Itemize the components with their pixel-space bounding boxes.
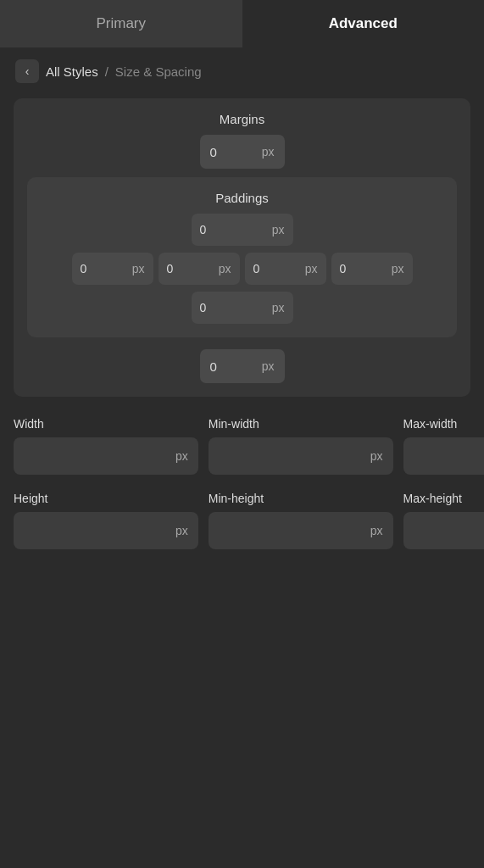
dimensions-section: Width px Min-width px Max-width px <box>14 417 470 549</box>
max-height-col: Max-height px <box>403 492 484 549</box>
paddings-top-input[interactable]: px <box>192 214 293 246</box>
min-height-unit: px <box>370 524 383 537</box>
tabs-header: Primary Advanced <box>0 0 484 47</box>
margins-top-unit: px <box>262 145 275 159</box>
margins-top-input[interactable]: px <box>200 135 285 169</box>
min-height-input[interactable]: px <box>209 512 393 549</box>
paddings-bottom-unit: px <box>272 301 285 314</box>
min-width-unit: px <box>370 449 383 463</box>
paddings-bottom-value[interactable] <box>200 301 231 314</box>
height-label: Height <box>14 492 198 505</box>
max-height-input[interactable]: px <box>403 512 484 549</box>
margins-input-row: px <box>27 135 457 169</box>
width-label: Width <box>14 417 198 431</box>
paddings-right-inner-unit: px <box>305 262 318 275</box>
main-content: Margins px Paddings px px <box>0 95 484 583</box>
breadcrumb-separator: / <box>105 64 108 79</box>
min-width-input[interactable]: px <box>209 437 393 475</box>
max-height-value[interactable] <box>414 524 484 537</box>
paddings-right-inner-input[interactable]: px <box>245 253 326 285</box>
tab-primary[interactable]: Primary <box>0 0 242 47</box>
margin-bottom-value[interactable] <box>210 359 244 374</box>
min-width-label: Min-width <box>209 417 393 431</box>
min-width-value[interactable] <box>219 449 367 463</box>
height-row: Height px Min-height px Max-height px <box>14 492 470 549</box>
width-input[interactable]: px <box>14 437 198 475</box>
paddings-right-inner-value[interactable] <box>253 262 284 275</box>
back-button[interactable]: ‹ <box>15 59 39 83</box>
width-value[interactable] <box>24 449 172 463</box>
height-value[interactable] <box>24 524 172 537</box>
margin-bottom-unit: px <box>262 359 275 373</box>
paddings-left-inner-value[interactable] <box>167 262 197 275</box>
width-col: Width px <box>14 417 198 475</box>
min-height-label: Min-height <box>209 492 393 505</box>
height-input[interactable]: px <box>14 512 198 549</box>
margin-bottom-row: px <box>27 349 457 383</box>
paddings-left-outer-input[interactable]: px <box>72 253 153 285</box>
max-height-label: Max-height <box>403 492 484 505</box>
max-width-col: Max-width px <box>403 417 484 475</box>
height-col: Height px <box>14 492 198 549</box>
chevron-left-icon: ‹ <box>25 64 30 78</box>
min-height-value[interactable] <box>219 524 367 537</box>
min-height-col: Min-height px <box>209 492 393 549</box>
width-row: Width px Min-width px Max-width px <box>14 417 470 475</box>
max-width-value[interactable] <box>414 449 484 463</box>
paddings-wrapper: Paddings px px px <box>27 177 457 337</box>
max-width-label: Max-width <box>403 417 484 431</box>
paddings-right-outer-value[interactable] <box>340 262 370 275</box>
paddings-top-row: px <box>41 214 443 246</box>
max-width-input[interactable]: px <box>403 437 484 475</box>
paddings-label: Paddings <box>41 191 443 205</box>
margin-bottom-input[interactable]: px <box>200 349 285 383</box>
breadcrumb-current: Size & Spacing <box>115 64 202 79</box>
paddings-left-outer-unit: px <box>132 262 145 275</box>
all-styles-link[interactable]: All Styles <box>46 64 98 79</box>
paddings-right-outer-input[interactable]: px <box>331 253 413 285</box>
paddings-top-unit: px <box>272 223 285 236</box>
margins-top-value[interactable] <box>210 145 244 159</box>
paddings-bottom-input[interactable]: px <box>192 292 293 324</box>
width-unit: px <box>175 449 188 463</box>
paddings-bottom-row: px <box>41 292 443 324</box>
paddings-left-inner-input[interactable]: px <box>159 253 240 285</box>
paddings-top-value[interactable] <box>200 223 231 236</box>
height-unit: px <box>175 524 188 537</box>
paddings-left-outer-value[interactable] <box>81 262 111 275</box>
margins-label: Margins <box>27 112 457 126</box>
paddings-right-outer-unit: px <box>392 262 404 275</box>
margins-paddings-section: Margins px Paddings px px <box>14 98 470 397</box>
paddings-middle-row: px px px px <box>41 253 443 285</box>
tab-advanced[interactable]: Advanced <box>242 0 485 47</box>
breadcrumb: ‹ All Styles / Size & Spacing <box>0 47 484 95</box>
min-width-col: Min-width px <box>209 417 393 475</box>
paddings-left-inner-unit: px <box>219 262 231 275</box>
